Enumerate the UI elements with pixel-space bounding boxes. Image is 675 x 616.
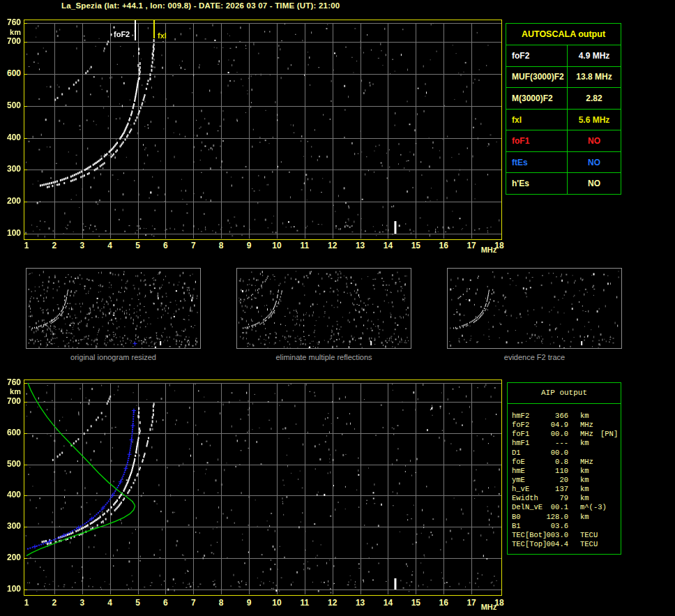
x-tick-label: 4 bbox=[100, 599, 121, 608]
thumbnail-caption: original ionogram resized bbox=[26, 353, 201, 361]
x-tick-label: 10 bbox=[266, 599, 287, 608]
x-tick-label: 3 bbox=[72, 599, 93, 608]
aip-row: TEC[Top]004.4TECU bbox=[508, 540, 621, 549]
x-tick-label: 14 bbox=[377, 241, 398, 250]
aip-row-unit: TECU bbox=[580, 540, 598, 549]
x-tick-label: 9 bbox=[238, 599, 259, 608]
x-tick-label: 8 bbox=[211, 599, 232, 608]
autoscala-row-label: fxI bbox=[506, 110, 567, 130]
top-ionogram-canvas bbox=[24, 20, 502, 240]
y-tick-label: 100 bbox=[0, 585, 21, 594]
x-tick-label: 2 bbox=[44, 241, 65, 250]
x-tick-label: 4 bbox=[100, 241, 121, 250]
aip-row-value: 366 bbox=[533, 412, 568, 421]
aip-row-unit: km bbox=[580, 476, 589, 485]
y-tick-label: 300 bbox=[0, 165, 21, 174]
aip-row: foE0.8MHz bbox=[508, 458, 621, 467]
x-tick-label: 12 bbox=[322, 241, 343, 250]
aip-row: DelN_vE00.1m^(-3) bbox=[508, 503, 621, 512]
aip-row-unit: km bbox=[580, 467, 589, 476]
aip-row-unit: km bbox=[580, 494, 589, 503]
x-axis-unit-label: MHz bbox=[478, 246, 499, 255]
x-tick-label: 3 bbox=[72, 241, 93, 250]
x-tick-label: 2 bbox=[44, 599, 65, 608]
aip-row-value: 0.8 bbox=[533, 458, 568, 467]
aip-row-unit: TECU bbox=[580, 531, 598, 540]
y-tick-label: 760 bbox=[0, 378, 21, 387]
thumbnail-caption: eliminate multiple reflections bbox=[236, 353, 411, 361]
autoscala-row: fxI5.6 MHz bbox=[506, 110, 621, 131]
autoscala-table-rows: foF24.9 MHzMUF(3000)F213.8 MHzM(3000)F22… bbox=[506, 45, 621, 194]
aip-table-rows: hmF2366kmfoF204.9MHzfoF100.0MHz[PN]hmF1-… bbox=[508, 412, 621, 549]
aip-row-value: 137 bbox=[533, 485, 568, 494]
x-tick-label: 5 bbox=[128, 241, 149, 250]
autoscala-screen: La_Spezia (lat: +44.1 , lon: 009.8) - DA… bbox=[0, 0, 675, 616]
x-tick-label: 9 bbox=[238, 241, 259, 250]
y-axis-unit-label: km bbox=[0, 387, 21, 396]
x-tick-label: 7 bbox=[183, 241, 204, 250]
aip-row-value: 00.1 bbox=[533, 503, 568, 512]
x-tick-label: 15 bbox=[405, 599, 426, 608]
thumbnail-caption: evidence F2 trace bbox=[447, 353, 622, 361]
aip-row: ymE20km bbox=[508, 476, 621, 485]
aip-row-value: 00.0 bbox=[533, 430, 568, 439]
thumbnail-3-canvas bbox=[448, 269, 621, 348]
x-tick-label: 11 bbox=[294, 241, 315, 250]
aip-row-extra: [PN] bbox=[600, 430, 618, 439]
autoscala-row-label: foF1 bbox=[506, 130, 567, 151]
aip-row-label: foF1 bbox=[512, 430, 529, 439]
autoscala-row-value: NO bbox=[567, 130, 621, 151]
x-tick-label: 13 bbox=[350, 241, 371, 250]
x-tick-label: 14 bbox=[377, 599, 398, 608]
aip-row-unit: MHz bbox=[580, 421, 593, 430]
x-tick-label: 6 bbox=[155, 241, 176, 250]
aip-row-value: 20 bbox=[533, 476, 568, 485]
aip-row: hmE110km bbox=[508, 467, 621, 476]
aip-row-value: 00.0 bbox=[533, 449, 568, 458]
bottom-ionogram-plot bbox=[24, 380, 502, 596]
y-tick-label: 200 bbox=[0, 197, 21, 206]
x-tick-label: 6 bbox=[155, 599, 176, 608]
autoscala-row: h'EsNO bbox=[506, 173, 621, 194]
bottom-ionogram-canvas bbox=[24, 380, 502, 596]
autoscala-row-value: 4.9 MHz bbox=[567, 45, 621, 66]
autoscala-row: M(3000)F22.82 bbox=[506, 88, 621, 110]
aip-row-value: 128.0 bbox=[533, 513, 568, 522]
x-tick-label: 5 bbox=[128, 599, 149, 608]
y-tick-label: 700 bbox=[0, 397, 21, 406]
aip-row: hmF1---km bbox=[508, 439, 621, 448]
x-tick-label: 8 bbox=[211, 241, 232, 250]
aip-row-label: D1 bbox=[512, 449, 521, 458]
autoscala-row-label: MUF(3000)F2 bbox=[506, 67, 567, 88]
autoscala-table-header: AUTOSCALA output bbox=[506, 24, 621, 45]
autoscala-row-value: 2.82 bbox=[567, 88, 621, 109]
fxi-marker-label: fxI bbox=[158, 32, 167, 40]
aip-row-unit: km bbox=[580, 412, 589, 421]
aip-table-header: AIP output bbox=[508, 383, 621, 404]
autoscala-row-value: 13.8 MHz bbox=[567, 67, 621, 88]
top-ionogram-plot: foF2 fxI bbox=[24, 20, 502, 240]
y-tick-label: 500 bbox=[0, 101, 21, 110]
x-tick-label: 16 bbox=[433, 241, 454, 250]
y-axis-unit-label: km bbox=[0, 28, 21, 37]
aip-row-label: B0 bbox=[512, 513, 521, 522]
aip-row-value: 03.6 bbox=[533, 522, 568, 531]
aip-row: TEC[Bot]003.0TECU bbox=[508, 531, 621, 540]
x-tick-label: 13 bbox=[350, 599, 371, 608]
autoscala-row: foF1NO bbox=[506, 130, 621, 152]
station-title: La_Spezia (lat: +44.1 , lon: 009.8) - DA… bbox=[61, 1, 340, 10]
thumbnail-2-canvas bbox=[237, 269, 411, 348]
aip-row-value: 04.9 bbox=[533, 421, 568, 430]
x-tick-label: 11 bbox=[294, 599, 315, 608]
aip-row-label: foF2 bbox=[512, 421, 529, 430]
aip-output-table: AIP output hmF2366kmfoF204.9MHzfoF100.0M… bbox=[507, 382, 621, 555]
autoscala-row-label: M(3000)F2 bbox=[506, 88, 567, 109]
aip-row-label: ymE bbox=[512, 476, 525, 485]
aip-row-value: 110 bbox=[533, 467, 568, 476]
autoscala-row: MUF(3000)F213.8 MHz bbox=[506, 67, 621, 89]
autoscala-row-label: h'Es bbox=[506, 173, 567, 194]
autoscala-output-table: AUTOSCALA output foF24.9 MHzMUF(3000)F21… bbox=[506, 23, 621, 195]
autoscala-row-label: foF2 bbox=[506, 45, 567, 66]
autoscala-row-label: ftEs bbox=[506, 152, 567, 173]
aip-row-value: 003.0 bbox=[533, 531, 568, 540]
